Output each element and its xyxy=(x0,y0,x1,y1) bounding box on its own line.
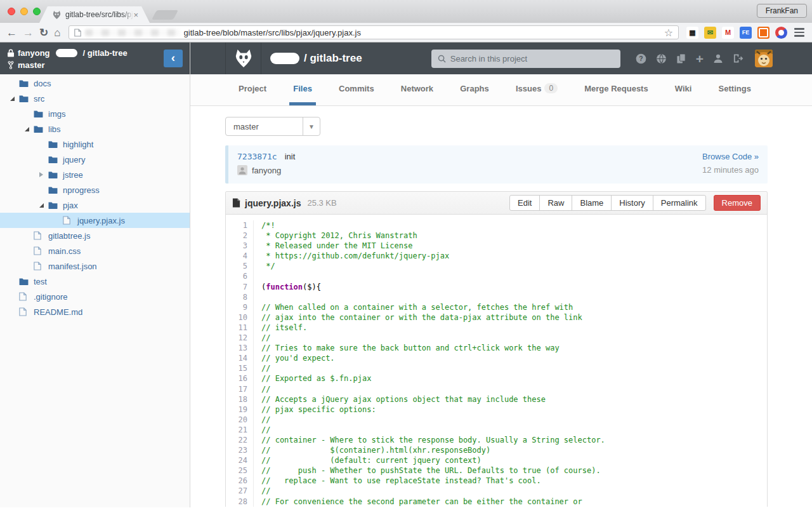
line-number[interactable]: 15 xyxy=(226,363,254,373)
fe-extension-icon[interactable]: FE xyxy=(740,27,752,39)
minimize-window-button[interactable] xyxy=(20,8,28,15)
close-window-button[interactable] xyxy=(8,8,15,15)
tab-wiki[interactable]: Wiki xyxy=(671,74,696,105)
tree-item-jstree[interactable]: jstree xyxy=(0,167,190,182)
tab-files[interactable]: Files xyxy=(289,74,316,105)
tree-item-test[interactable]: test xyxy=(0,274,190,289)
url-text[interactable]: gitlab-tree/blob/master/src/libs/pjax/jq… xyxy=(184,28,660,37)
line-number[interactable]: 6 xyxy=(226,271,254,281)
gmail-extension-icon[interactable]: M xyxy=(722,27,734,39)
line-number[interactable]: 24 xyxy=(226,455,254,465)
history-button[interactable]: History xyxy=(611,195,653,211)
tab-settings[interactable]: Settings xyxy=(715,74,755,105)
line-number[interactable]: 16 xyxy=(226,373,254,384)
home-button[interactable]: ⌂ xyxy=(54,27,60,38)
line-number[interactable]: 7 xyxy=(226,282,254,292)
tree-item-nprogress[interactable]: nprogress xyxy=(0,182,190,197)
sign-out-icon[interactable] xyxy=(733,53,743,64)
tree-item-gitlabtree.js[interactable]: gitlabtree.js xyxy=(0,228,190,243)
remove-button[interactable]: Remove xyxy=(714,195,761,211)
line-number[interactable]: 28 xyxy=(226,497,254,507)
browser-tab[interactable]: gitlab-tree/src/libs/pjax/jqu × xyxy=(39,6,150,23)
help-icon[interactable]: ? xyxy=(636,53,646,64)
line-number[interactable]: 4 xyxy=(226,251,254,261)
tree-item-jquery[interactable]: jquery xyxy=(0,152,190,167)
back-button[interactable]: ← xyxy=(6,27,17,38)
tree-item-src[interactable]: src xyxy=(0,91,190,106)
url-bar[interactable]: gitlab-tree/blob/master/src/libs/pjax/jq… xyxy=(69,25,679,39)
tree-arrow-spacer xyxy=(20,231,34,241)
line-number[interactable]: 25 xyxy=(226,465,254,476)
line-number[interactable]: 20 xyxy=(226,415,254,425)
branch-select[interactable]: master ▼ xyxy=(225,117,320,136)
user-avatar[interactable] xyxy=(755,50,773,67)
new-tab-button[interactable] xyxy=(152,10,178,20)
tree-item-jquery.pjax.js[interactable]: jquery.pjax.js xyxy=(0,213,190,228)
blame-button[interactable]: Blame xyxy=(572,195,612,211)
line-number[interactable]: 11 xyxy=(226,323,254,333)
sidebar-collapse-button[interactable]: ‹ xyxy=(164,50,183,67)
tab-commits[interactable]: Commits xyxy=(335,74,378,105)
line-number[interactable]: 5 xyxy=(226,261,254,271)
qr-code-extension-icon[interactable]: ▦ xyxy=(686,27,698,39)
tree-item-manifest.json[interactable]: manifest.json xyxy=(0,258,190,274)
new-project-plus-icon[interactable]: + xyxy=(696,52,704,65)
line-number[interactable]: 27 xyxy=(226,486,254,496)
line-number[interactable]: 21 xyxy=(226,425,254,435)
project-search-input[interactable]: Search in this project xyxy=(431,50,620,68)
line-number[interactable]: 17 xyxy=(226,384,254,394)
permalink-button[interactable]: Permalink xyxy=(653,195,706,211)
line-number[interactable]: 26 xyxy=(226,476,254,486)
line-number[interactable]: 10 xyxy=(226,312,254,323)
tree-item-README.md[interactable]: README.md xyxy=(0,304,190,319)
public-globe-icon[interactable] xyxy=(656,53,667,64)
browse-code-link[interactable]: Browse Code » xyxy=(702,152,759,161)
tab-merge-requests[interactable]: Merge Requests xyxy=(580,74,652,105)
line-number[interactable]: 12 xyxy=(226,333,254,343)
line-number[interactable]: 8 xyxy=(226,292,254,302)
tab-issues[interactable]: Issues0 xyxy=(512,74,561,105)
line-number[interactable]: 22 xyxy=(226,435,254,445)
gitlab-logo[interactable] xyxy=(225,43,261,74)
line-number[interactable]: 1 xyxy=(226,220,254,231)
tab-network[interactable]: Network xyxy=(397,74,437,105)
zoom-window-button[interactable] xyxy=(33,8,41,15)
tab-project[interactable]: Project xyxy=(235,74,270,105)
tree-item-docs[interactable]: docs xyxy=(0,76,190,91)
expanded-arrow-icon[interactable] xyxy=(34,200,48,210)
expanded-arrow-icon[interactable] xyxy=(20,124,34,134)
commit-sha-link[interactable]: 7233871c xyxy=(237,152,277,161)
tree-item-highlight[interactable]: highlight xyxy=(0,137,190,152)
tree-item-main.css[interactable]: main.css xyxy=(0,243,190,258)
tree-item-.gitignore[interactable]: .gitignore xyxy=(0,289,190,304)
tree-item-imgs[interactable]: imgs xyxy=(0,106,190,121)
expanded-arrow-icon[interactable] xyxy=(5,93,19,104)
project-nav-tabs: ProjectFilesCommitsNetworkGraphsIssues0M… xyxy=(190,74,812,106)
edit-button[interactable]: Edit xyxy=(509,195,540,211)
line-number[interactable]: 3 xyxy=(226,241,254,251)
browser-menu-icon[interactable] xyxy=(793,27,806,38)
line-number[interactable]: 2 xyxy=(226,231,254,241)
mail-extension-icon[interactable]: ✉ xyxy=(704,27,716,39)
profile-person-icon[interactable] xyxy=(713,53,723,64)
collapsed-arrow-icon[interactable] xyxy=(34,170,48,180)
browser-profile-button[interactable]: FrankFan xyxy=(757,4,807,18)
raw-button[interactable]: Raw xyxy=(539,195,572,211)
ball-extension-icon[interactable] xyxy=(775,27,787,39)
forward-button[interactable]: → xyxy=(23,27,34,38)
tab-graphs[interactable]: Graphs xyxy=(456,74,493,105)
hui-extension-icon[interactable] xyxy=(757,27,769,39)
line-number[interactable]: 9 xyxy=(226,302,254,312)
snippets-copy-icon[interactable] xyxy=(676,53,686,64)
line-number[interactable]: 23 xyxy=(226,445,254,455)
reload-button[interactable]: ↻ xyxy=(39,27,48,38)
tree-item-pjax[interactable]: pjax xyxy=(0,197,190,213)
line-content: // replace - Want to use replaceState in… xyxy=(254,476,541,486)
line-number[interactable]: 13 xyxy=(226,343,254,353)
bookmark-star-icon[interactable]: ☆ xyxy=(664,27,673,39)
line-number[interactable]: 18 xyxy=(226,394,254,404)
tree-item-libs[interactable]: libs xyxy=(0,121,190,137)
line-number[interactable]: 14 xyxy=(226,353,254,363)
line-number[interactable]: 19 xyxy=(226,404,254,415)
tab-close-icon[interactable]: × xyxy=(133,11,138,19)
